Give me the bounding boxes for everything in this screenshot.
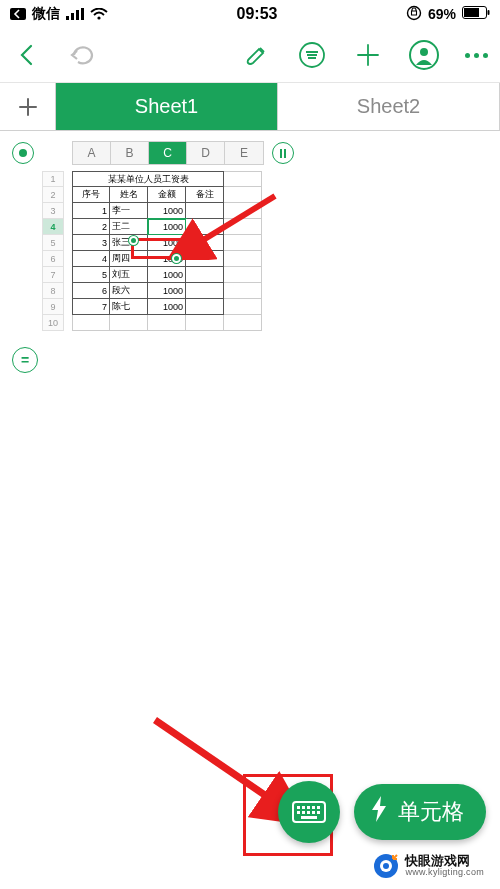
table-title[interactable]: 某某单位人员工资表 bbox=[72, 171, 224, 187]
cell-B4[interactable]: 王二 bbox=[110, 219, 148, 235]
cell-E1[interactable] bbox=[224, 171, 262, 187]
row-3[interactable]: 3 bbox=[42, 203, 64, 219]
cell-C5[interactable]: 1000 bbox=[148, 235, 186, 251]
cell-D7[interactable] bbox=[186, 267, 224, 283]
cell-B6[interactable]: 周四 bbox=[110, 251, 148, 267]
select-all-handle[interactable] bbox=[12, 142, 34, 164]
cell-A8[interactable]: 6 bbox=[72, 283, 110, 299]
cell-E6[interactable] bbox=[224, 251, 262, 267]
cell-C4-selected[interactable]: 1000 bbox=[148, 219, 186, 235]
col-D[interactable]: D bbox=[187, 142, 225, 164]
row-7[interactable]: 7 bbox=[42, 267, 64, 283]
cell-D8[interactable] bbox=[186, 283, 224, 299]
cell-C8[interactable]: 1000 bbox=[148, 283, 186, 299]
cell-A5[interactable]: 3 bbox=[72, 235, 110, 251]
hdr-note[interactable]: 备注 bbox=[186, 187, 224, 203]
col-B[interactable]: B bbox=[111, 142, 149, 164]
freeze-pane-handle[interactable] bbox=[272, 142, 294, 164]
cell-C10[interactable] bbox=[148, 315, 186, 331]
row-headers[interactable]: 1 2 3 4 5 6 7 8 9 10 bbox=[42, 171, 64, 331]
tab-sheet2[interactable]: Sheet2 bbox=[278, 83, 500, 130]
keyboard-fab[interactable] bbox=[278, 781, 340, 843]
cell-D10[interactable] bbox=[186, 315, 224, 331]
cell-E3[interactable] bbox=[224, 203, 262, 219]
hdr-amount[interactable]: 金额 bbox=[148, 187, 186, 203]
column-headers[interactable]: A B C D E bbox=[72, 141, 264, 165]
cell-E8[interactable] bbox=[224, 283, 262, 299]
add-button[interactable] bbox=[353, 40, 383, 70]
cell-fab-label: 单元格 bbox=[398, 797, 464, 827]
col-C[interactable]: C bbox=[149, 142, 187, 164]
cell-E10[interactable] bbox=[224, 315, 262, 331]
row-1[interactable]: 1 bbox=[42, 171, 64, 187]
cell-E7[interactable] bbox=[224, 267, 262, 283]
svg-rect-14 bbox=[307, 806, 310, 809]
cell-A3[interactable]: 1 bbox=[72, 203, 110, 219]
cell-A4[interactable]: 2 bbox=[72, 219, 110, 235]
cell-C7[interactable]: 1000 bbox=[148, 267, 186, 283]
tab-sheet1[interactable]: Sheet1 bbox=[56, 83, 278, 130]
cell-E4[interactable] bbox=[224, 219, 262, 235]
status-left: 微信 bbox=[10, 5, 108, 23]
cell-D9[interactable] bbox=[186, 299, 224, 315]
clock: 09:53 bbox=[237, 5, 278, 23]
svg-point-25 bbox=[383, 863, 389, 869]
row-2[interactable]: 2 bbox=[42, 187, 64, 203]
cell-B8[interactable]: 段六 bbox=[110, 283, 148, 299]
cell-B5[interactable]: 张三 bbox=[110, 235, 148, 251]
cell-format-fab[interactable]: 单元格 bbox=[354, 784, 486, 840]
cell-C3[interactable]: 1000 bbox=[148, 203, 186, 219]
account-avatar[interactable] bbox=[409, 40, 439, 70]
row-10[interactable]: 10 bbox=[42, 315, 64, 331]
top-toolbar bbox=[0, 28, 500, 82]
cell-A6[interactable]: 4 bbox=[72, 251, 110, 267]
cell-A7[interactable]: 5 bbox=[72, 267, 110, 283]
back-to-app-chip[interactable] bbox=[10, 8, 26, 20]
cells[interactable]: 某某单位人员工资表 序号 姓名 金额 备注 1李一1000 2王二1000 3张… bbox=[72, 171, 262, 331]
back-button[interactable] bbox=[12, 40, 42, 70]
filter-circle-icon[interactable] bbox=[297, 40, 327, 70]
cell-B3[interactable]: 李一 bbox=[110, 203, 148, 219]
hdr-name[interactable]: 姓名 bbox=[110, 187, 148, 203]
cell-D6[interactable] bbox=[186, 251, 224, 267]
svg-rect-12 bbox=[297, 806, 300, 809]
svg-rect-20 bbox=[312, 811, 315, 814]
cell-D3[interactable] bbox=[186, 203, 224, 219]
cell-D5[interactable] bbox=[186, 235, 224, 251]
format-brush-icon[interactable] bbox=[241, 40, 271, 70]
battery-percent: 69% bbox=[428, 6, 456, 22]
svg-rect-7 bbox=[464, 8, 479, 17]
cell-E2[interactable] bbox=[224, 187, 262, 203]
formula-equals-button[interactable]: = bbox=[12, 347, 38, 373]
svg-rect-0 bbox=[66, 16, 69, 20]
cell-E5[interactable] bbox=[224, 235, 262, 251]
svg-rect-13 bbox=[302, 806, 305, 809]
cell-A9[interactable]: 7 bbox=[72, 299, 110, 315]
more-menu-button[interactable] bbox=[465, 40, 488, 70]
cell-B9[interactable]: 陈七 bbox=[110, 299, 148, 315]
col-A[interactable]: A bbox=[73, 142, 111, 164]
svg-rect-1 bbox=[71, 13, 74, 20]
cell-C9[interactable]: 1000 bbox=[148, 299, 186, 315]
watermark: 快眼游戏网 www.kyligting.com bbox=[367, 851, 490, 881]
cell-B7[interactable]: 刘五 bbox=[110, 267, 148, 283]
row-8[interactable]: 8 bbox=[42, 283, 64, 299]
cell-E9[interactable] bbox=[224, 299, 262, 315]
battery-icon bbox=[462, 6, 490, 22]
cell-C6[interactable]: 1000 bbox=[148, 251, 186, 267]
undo-button[interactable] bbox=[68, 40, 98, 70]
row-6[interactable]: 6 bbox=[42, 251, 64, 267]
row-5[interactable]: 5 bbox=[42, 235, 64, 251]
add-sheet-button[interactable] bbox=[0, 83, 56, 130]
hdr-seq[interactable]: 序号 bbox=[72, 187, 110, 203]
spreadsheet-grid[interactable]: 1 2 3 4 5 6 7 8 9 10 某某单位人员工资表 序号 姓名 金额 … bbox=[0, 171, 500, 339]
col-E[interactable]: E bbox=[225, 142, 263, 164]
row-9[interactable]: 9 bbox=[42, 299, 64, 315]
watermark-logo-icon bbox=[373, 853, 399, 879]
cell-A10[interactable] bbox=[72, 315, 110, 331]
cell-B10[interactable] bbox=[110, 315, 148, 331]
cell-D4[interactable] bbox=[186, 219, 224, 235]
svg-rect-17 bbox=[297, 811, 300, 814]
wifi-icon bbox=[90, 8, 108, 20]
row-4[interactable]: 4 bbox=[42, 219, 64, 235]
